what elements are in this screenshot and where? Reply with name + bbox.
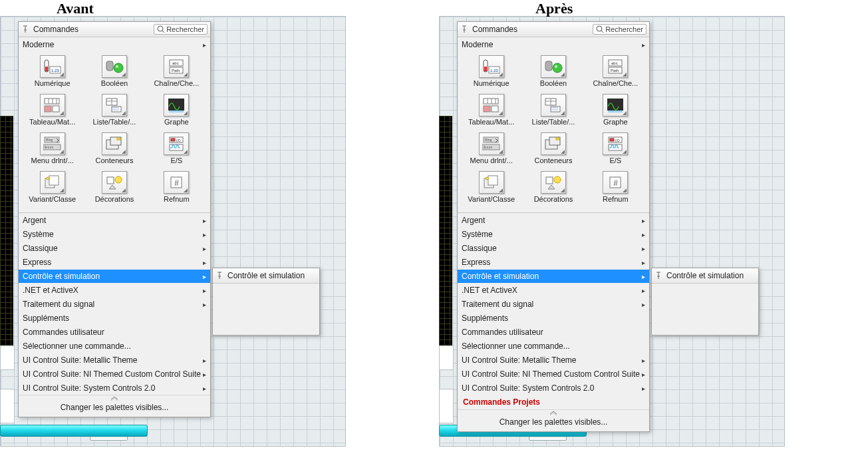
category-row[interactable]: Argent▸ [19,213,210,227]
sub-palette-popup: Contrôle et simulation [651,268,759,336]
svg-rect-70 [546,177,553,184]
category-row[interactable]: Contrôle et simulation▸ [458,269,649,283]
category-row[interactable]: Suppléments [458,311,649,325]
category-row[interactable]: .NET et ActiveX▸ [19,283,210,297]
tableau-icon [40,94,65,116]
category-row[interactable]: Express▸ [19,255,210,269]
category-moderne[interactable]: Moderne▸ [19,37,210,51]
category-label: Moderne [462,40,493,49]
category-row[interactable]: Suppléments [19,311,210,325]
chevron-right-icon: ▸ [642,245,645,252]
palette-item-decorations[interactable]: Décorations [83,171,145,208]
pin-icon[interactable] [216,271,225,280]
search-button[interactable]: Rechercher [154,24,208,35]
category-moderne[interactable]: Moderne▸ [458,37,649,51]
svg-text:#: # [174,178,179,188]
palette-item-es[interactable]: I/OE/S [146,132,208,170]
palette-item-menudrl[interactable]: RingEnumMenu drlnt/... [21,132,83,170]
category-row[interactable]: UI Control Suite: NI Themed Custom Contr… [19,367,210,381]
category-row[interactable]: Sélectionner une commande... [19,339,210,353]
change-palettes-row[interactable]: Changer les palettes visibles... [19,401,210,417]
palette-item-variant[interactable]: Variant/Classe [460,171,522,208]
palette-item-graphe[interactable]: Graphe [146,94,208,131]
palette-item-menudrl[interactable]: RingEnumMenu drlnt/... [460,132,522,170]
palette-item-refnum[interactable]: #Refnum [585,171,647,208]
change-palettes-row[interactable]: Changer les palettes visibles... [458,415,649,431]
category-row[interactable]: UI Control Suite: System Controls 2.0▸ [19,381,210,395]
palette-item-label: Liste/Table/... [93,118,136,126]
chevron-right-icon: ▸ [642,301,645,308]
pin-icon[interactable] [654,271,664,280]
liste-icon [541,94,566,116]
palette-item-label: Chaîne/Che... [154,79,199,87]
category-row[interactable]: Traitement du signal▸ [458,297,649,311]
chevron-right-icon: ▸ [642,259,645,266]
white-strip-2 [439,389,454,423]
chevron-right-icon: ▸ [642,287,645,294]
palette-item-liste[interactable]: Liste/Table/... [83,94,145,131]
category-row[interactable]: .NET et ActiveX▸ [458,283,649,297]
category-row[interactable]: Classique▸ [19,241,210,255]
chevron-right-icon: ▸ [203,273,206,280]
palette-item-chaine[interactable]: abcPathChaîne/Che... [585,55,647,93]
category-row[interactable]: UI Control Suite: NI Themed Custom Contr… [458,367,649,381]
svg-rect-12 [45,99,59,104]
category-row[interactable]: UI Control Suite: Metallic Theme▸ [458,353,649,367]
palette-item-conteneurs[interactable]: Conteneurs [83,132,145,170]
palette-item-variant[interactable]: Variant/Classe [21,171,83,208]
palette-item-booleen[interactable]: Booléen [83,55,145,93]
category-row[interactable]: UI Control Suite: Metallic Theme▸ [19,353,210,367]
category-row[interactable]: Système▸ [19,227,210,241]
category-row[interactable]: Système▸ [458,227,649,241]
svg-rect-42 [545,61,552,71]
menudrl-icon: RingEnum [479,132,504,155]
chaine-icon: abcPath [603,55,628,78]
palette-item-tableau[interactable]: Tableau/Mat... [460,94,522,131]
svg-rect-17 [168,99,184,111]
category-row[interactable]: Commandes utilisateur [19,325,210,339]
collapse-divider[interactable] [458,409,649,415]
search-button[interactable]: Rechercher [593,24,647,35]
category-label: Traitement du signal [23,300,94,309]
category-row[interactable]: Classique▸ [458,241,649,255]
palette-item-liste[interactable]: Liste/Table/... [522,94,584,131]
palette-item-tableau[interactable]: Tableau/Mat... [21,94,83,131]
commandes-projets-row[interactable]: Commandes Projets [458,395,649,409]
pin-icon[interactable] [21,25,31,34]
palette-item-chaine[interactable]: abcPathChaîne/Che... [146,55,208,93]
svg-point-34 [115,176,122,183]
svg-rect-27 [171,138,175,141]
palette-item-decorations[interactable]: Décorations [522,171,584,208]
palette-item-refnum[interactable]: #Refnum [146,171,208,208]
svg-point-43 [553,63,562,73]
svg-point-7 [116,65,118,68]
variant-icon [479,171,504,194]
category-row[interactable]: UI Control Suite: System Controls 2.0▸ [458,381,649,395]
palette-item-numerique[interactable]: 1.23Numérique [460,55,522,93]
search-label: Rechercher [166,25,204,33]
category-label: UI Control Suite: Metallic Theme [462,355,577,365]
collapse-divider[interactable] [19,395,210,401]
svg-text:Enum: Enum [484,145,492,149]
category-row[interactable]: Argent▸ [458,213,649,227]
refnum-icon: # [164,171,189,194]
pin-icon[interactable] [460,25,470,34]
category-label: Moderne [23,40,54,49]
palette-item-booleen[interactable]: Booléen [522,55,584,93]
category-label: Contrôle et simulation [23,272,100,281]
chevron-right-icon: ▸ [642,371,645,378]
category-row[interactable]: Traitement du signal▸ [19,297,210,311]
category-row[interactable]: Contrôle et simulation▸ [19,269,210,283]
category-label: Argent [23,216,46,225]
palette-item-es[interactable]: I/OE/S [585,132,647,170]
svg-text:I/O: I/O [176,138,181,142]
chevron-right-icon: ▸ [203,217,206,224]
palette-item-numerique[interactable]: 1.23Numérique [21,55,83,93]
palette-item-label: Graphe [603,118,628,126]
palette-item-graphe[interactable]: Graphe [585,94,647,131]
category-row[interactable]: Commandes utilisateur [458,325,649,339]
category-row[interactable]: Express▸ [458,255,649,269]
svg-text:1.23: 1.23 [51,69,59,73]
palette-item-conteneurs[interactable]: Conteneurs [522,132,584,170]
category-row[interactable]: Sélectionner une commande... [458,339,649,353]
